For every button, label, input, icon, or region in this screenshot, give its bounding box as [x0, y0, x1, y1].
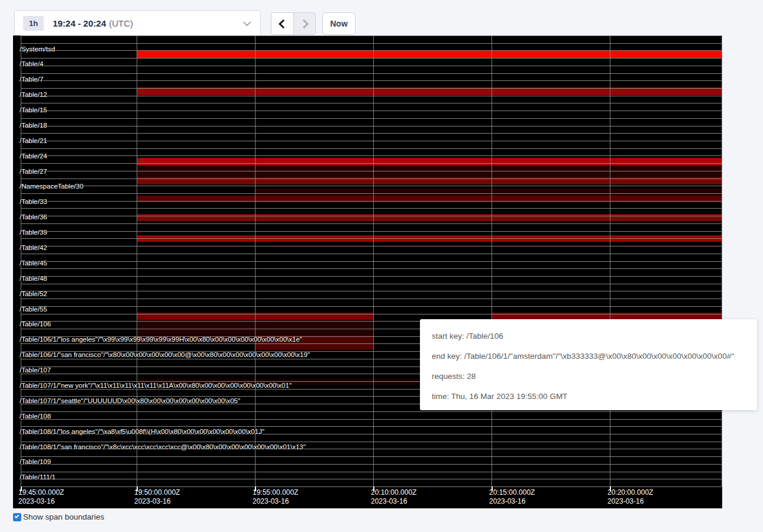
axis-label: 19:45:00.000Z2023-03-16: [18, 488, 64, 506]
axis-date-label: 2023-03-16: [489, 497, 535, 506]
show-span-boundaries-checkbox[interactable]: [13, 513, 21, 521]
time-nav-group: [271, 12, 316, 35]
axis-date-label: 2023-03-16: [253, 497, 298, 506]
tooltip-time: time: Thu, 16 Mar 2023 19:55:00 GMT: [432, 387, 745, 407]
axis-date-label: 2023-03-16: [134, 497, 180, 506]
axis-time-label: 19:55:00.000Z: [253, 488, 298, 497]
time-range-badge: 1h: [23, 16, 44, 31]
axis-label: 20:10:00.000Z2023-03-16: [371, 488, 416, 506]
axis-label: 19:50:00.000Z2023-03-16: [134, 488, 180, 506]
tooltip-end-key: end key: /Table/106/1/"amsterdam"/"\xb33…: [432, 346, 745, 366]
key-visualizer-canvas[interactable]: /System/tsd/Table/4/Table/7/Table/12/Tab…: [13, 35, 722, 508]
now-button[interactable]: Now: [322, 12, 355, 35]
tooltip: start key: /Table/106 end key: /Table/10…: [420, 319, 757, 410]
chevron-left-icon: [279, 19, 288, 28]
prev-button[interactable]: [271, 12, 293, 35]
axis-label: 19:55:00.000Z2023-03-16: [253, 488, 298, 506]
axis-date-label: 2023-03-16: [607, 497, 653, 506]
axis-time-label: 20:15:00.000Z: [489, 488, 535, 497]
axis-time-label: 20:10:00.000Z: [371, 488, 416, 497]
chevron-down-icon: [243, 18, 251, 26]
time-range-text: 19:24 - 20:24: [53, 18, 106, 28]
time-range-zone: (UTC): [109, 18, 133, 28]
key-visualizer-page: 1h 19:24 - 20:24 (UTC) Now /System/tsd/T…: [0, 0, 763, 532]
time-range-select[interactable]: 1h 19:24 - 20:24 (UTC): [14, 10, 261, 36]
axis-label: 20:20:00.000Z2023-03-16: [607, 488, 653, 506]
show-span-boundaries-label: Show span boundaries: [23, 512, 104, 521]
tooltip-start-key: start key: /Table/106: [432, 326, 745, 346]
axis-time-label: 19:50:00.000Z: [134, 488, 180, 497]
footer: Show span boundaries: [13, 512, 104, 521]
toolbar: 1h 19:24 - 20:24 (UTC) Now: [0, 0, 763, 35]
axis-time-label: 20:20:00.000Z: [607, 488, 653, 497]
axis-label: 20:15:00.000Z2023-03-16: [489, 488, 535, 506]
heatmap-x-axis-layer: 19:45:00.000Z2023-03-1619:50:00.000Z2023…: [13, 35, 722, 508]
axis-time-label: 19:45:00.000Z: [18, 488, 64, 497]
axis-date-label: 2023-03-16: [371, 497, 416, 506]
checkmark-icon: [15, 514, 20, 518]
chevron-right-icon: [299, 19, 309, 28]
tooltip-requests: requests: 28: [432, 366, 745, 387]
axis-date-label: 2023-03-16: [18, 497, 64, 506]
next-button[interactable]: [293, 12, 316, 35]
